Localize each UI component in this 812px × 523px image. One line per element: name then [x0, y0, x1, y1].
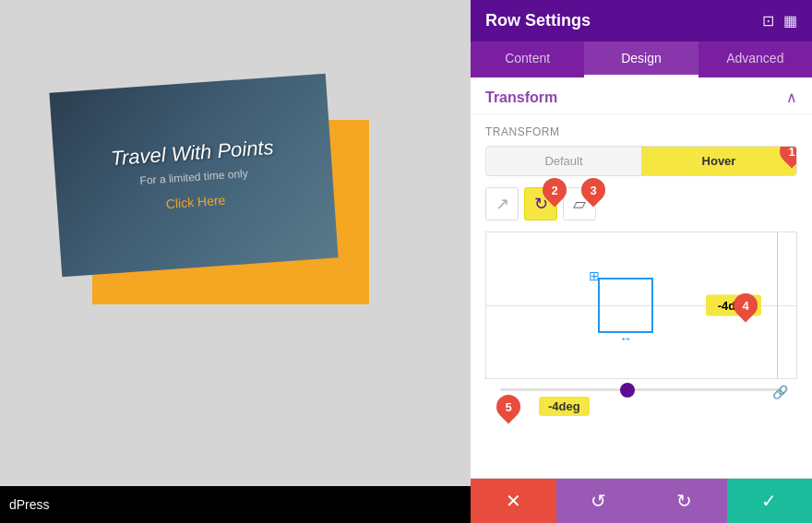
wordpress-bar: dPress [0, 486, 471, 523]
grid-icon[interactable]: ▦ [783, 12, 797, 30]
deg-bottom-container: 5 -4deg [485, 391, 797, 429]
transform-box: ⊞ ↔ [598, 278, 653, 333]
reset-button[interactable]: ↺ [556, 479, 642, 523]
card-cta: Click Here [165, 193, 226, 211]
card-subtitle: For a limited time only [139, 167, 248, 187]
panel-tabs: Content Design Advanced [471, 42, 812, 77]
badge-4: 4 [729, 289, 763, 323]
wordpress-label: dPress [9, 497, 50, 512]
transform-title: Transform [485, 89, 557, 106]
confirm-button[interactable]: ✓ [727, 479, 813, 523]
panel-body: Transform ∧ Transform Default 1 Hover ↗ [471, 77, 812, 478]
scale-icon-btn[interactable]: ↗ [485, 187, 519, 220]
transform-canvas: ⊞ ↔ 4 -4deg [485, 232, 797, 379]
panel-header: Row Settings ⊡ ▦ [471, 0, 812, 42]
slider-container: 🔗 [485, 379, 797, 391]
travel-card: Travel With Points For a limited time on… [37, 74, 351, 295]
tab-design[interactable]: Design [584, 42, 698, 77]
settings-panel: Row Settings ⊡ ▦ Content Design Advanced… [471, 0, 812, 523]
badge-5: 5 [492, 389, 526, 423]
canvas-preview: Travel With Points For a limited time on… [0, 0, 471, 523]
transform-canvas-wrapper: ⊞ ↔ 4 -4deg 🔗 [485, 232, 797, 429]
transform-box-bottom-icon: ↔ [619, 331, 632, 346]
section-collapse-icon[interactable]: ∧ [786, 89, 797, 106]
deg-bottom-badge: -4deg [539, 397, 590, 416]
transform-section-header: Transform ∧ [471, 77, 812, 114]
tab-content[interactable]: Content [471, 42, 584, 77]
tab-advanced[interactable]: Advanced [699, 42, 812, 77]
panel-footer: ✕ ↺ ↻ ✓ [471, 478, 812, 523]
state-toggle: Default 1 Hover [485, 146, 797, 176]
panel-title: Row Settings [485, 11, 591, 30]
card-title: Travel With Points [110, 136, 274, 171]
transform-label: Transform [485, 125, 797, 138]
redo-button[interactable]: ↻ [641, 479, 727, 523]
transform-type-icons: ↗ 2 ↻ 3 ▱ [485, 187, 797, 220]
transform-box-top-icon: ⊞ [589, 268, 600, 283]
state-default-button[interactable]: Default [486, 147, 641, 175]
canvas-area: Travel With Points For a limited time on… [0, 0, 471, 523]
header-icons: ⊡ ▦ [762, 12, 797, 30]
cancel-button[interactable]: ✕ [471, 479, 556, 523]
transform-controls: Transform Default 1 Hover ↗ 2 ↻ [471, 114, 812, 444]
dark-card: Travel With Points For a limited time on… [49, 74, 338, 277]
state-hover-button[interactable]: Hover [641, 147, 796, 175]
deg-right-container: 4 -4deg [761, 293, 789, 317]
fullscreen-icon[interactable]: ⊡ [762, 12, 774, 30]
